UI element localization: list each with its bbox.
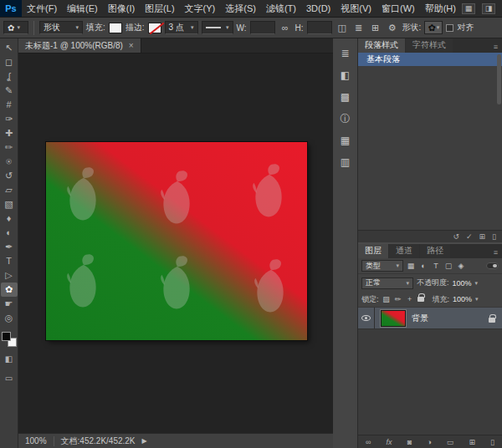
- new-adjustment-layer-icon[interactable]: ◑: [427, 438, 431, 446]
- new-style-icon[interactable]: ⊞: [479, 232, 486, 241]
- layer-effects-icon[interactable]: fx: [387, 438, 392, 446]
- document-tab[interactable]: 未标题-1 @ 100%(RGB/8) ×: [18, 38, 141, 53]
- path-alignment-icon[interactable]: ≣: [352, 23, 366, 33]
- delete-layer-icon[interactable]: ▯: [490, 438, 494, 446]
- menu-window[interactable]: 窗口(W): [376, 0, 420, 17]
- panel-menu-icon[interactable]: ≡: [489, 43, 502, 53]
- layer-row-background[interactable]: 背景: [358, 308, 502, 329]
- stroke-width-field[interactable]: 3 点 ▾: [165, 21, 198, 34]
- gradient-tool[interactable]: ▧: [1, 197, 18, 211]
- tab-channels[interactable]: 通道: [389, 244, 419, 258]
- properties-panel-icon[interactable]: ≣: [337, 47, 354, 60]
- menu-help[interactable]: 帮助(H): [420, 0, 461, 17]
- menu-view[interactable]: 视图(V): [336, 0, 376, 17]
- type-tool[interactable]: T: [1, 254, 18, 268]
- blur-tool[interactable]: ♦: [1, 211, 18, 226]
- tab-character-styles[interactable]: 字符样式: [406, 38, 453, 53]
- quick-selection-tool[interactable]: ✎: [1, 84, 18, 98]
- filter-type-layers-icon[interactable]: T: [431, 262, 441, 270]
- lock-transparency-icon[interactable]: ▨: [382, 295, 391, 303]
- filter-smart-objects-icon[interactable]: ◈: [456, 262, 466, 270]
- zoom-tool[interactable]: ◎: [1, 311, 18, 325]
- shape-width-input[interactable]: [250, 21, 275, 34]
- menu-image[interactable]: 图像(I): [103, 0, 140, 17]
- visibility-cell[interactable]: [358, 308, 375, 328]
- blend-mode-dropdown[interactable]: 正常 ▾: [361, 277, 413, 289]
- menu-layer[interactable]: 图层(L): [140, 0, 179, 17]
- menu-edit[interactable]: 编辑(E): [62, 0, 103, 17]
- quick-mask-button[interactable]: ◧: [1, 352, 18, 366]
- chevron-down-icon[interactable]: ▾: [475, 280, 479, 287]
- filter-pixel-layers-icon[interactable]: ▦: [406, 262, 416, 270]
- move-tool[interactable]: ↖: [1, 41, 18, 55]
- layer-thumbnail[interactable]: [381, 310, 406, 327]
- add-layer-mask-icon[interactable]: ◙: [407, 438, 412, 446]
- healing-brush-tool[interactable]: ✚: [1, 126, 18, 140]
- swatches-panel-icon[interactable]: ▦: [337, 134, 354, 147]
- screen-mode-icon[interactable]: ◨: [482, 3, 495, 14]
- marquee-tool[interactable]: ◻: [1, 55, 18, 69]
- clear-override-icon[interactable]: ✓: [466, 232, 473, 241]
- brush-tool[interactable]: ✏: [1, 140, 18, 155]
- stroke-type-dropdown[interactable]: ▾: [202, 21, 233, 34]
- menu-type[interactable]: 文字(Y): [180, 0, 221, 17]
- status-expand-icon[interactable]: ▶: [142, 437, 147, 445]
- menu-select[interactable]: 选择(S): [220, 0, 261, 17]
- custom-shape-tool[interactable]: ✿: [1, 283, 18, 297]
- chevron-down-icon[interactable]: ▾: [475, 296, 479, 303]
- arrange-documents-icon[interactable]: ▦: [462, 3, 475, 14]
- scrollbar[interactable]: [497, 54, 501, 104]
- lock-all-icon[interactable]: [417, 297, 424, 302]
- hand-tool[interactable]: ☛: [1, 297, 18, 311]
- fill-value[interactable]: 100%: [453, 295, 472, 303]
- eraser-tool[interactable]: ▱: [1, 183, 18, 197]
- lock-position-icon[interactable]: +: [406, 295, 414, 303]
- filter-toggle-switch[interactable]: [486, 262, 499, 269]
- clone-stamp-tool[interactable]: ⍟: [1, 155, 18, 169]
- link-dimensions-icon[interactable]: ∞: [279, 23, 292, 33]
- tool-mode-dropdown[interactable]: 形状 ▾: [39, 21, 83, 34]
- eyedropper-tool[interactable]: ✑: [1, 112, 18, 126]
- new-group-icon[interactable]: ▭: [447, 438, 454, 446]
- layer-filter-dropdown[interactable]: 类型 ▾: [361, 260, 403, 272]
- redo-style-icon[interactable]: ↺: [453, 232, 459, 241]
- list-item-basic-paragraph[interactable]: 基本段落: [358, 53, 502, 66]
- settings-gear-icon[interactable]: ⚙: [386, 23, 399, 33]
- histogram-panel-icon[interactable]: ▥: [337, 155, 354, 169]
- info-panel-icon[interactable]: ⓘ: [337, 112, 354, 125]
- menu-file[interactable]: 文件(F): [22, 0, 62, 17]
- canvas-pasteboard[interactable]: [18, 53, 333, 433]
- lock-pixels-icon[interactable]: ✏: [394, 295, 402, 303]
- close-icon[interactable]: ×: [129, 41, 134, 50]
- filter-adjustment-layers-icon[interactable]: ◐: [418, 262, 428, 270]
- fill-swatch[interactable]: [109, 23, 122, 33]
- align-edges-checkbox[interactable]: [446, 24, 453, 32]
- styles-panel-icon[interactable]: ▩: [337, 90, 354, 104]
- zoom-level[interactable]: 100%: [25, 436, 47, 445]
- pen-tool[interactable]: ✒: [1, 240, 18, 254]
- crop-tool[interactable]: #: [1, 98, 18, 112]
- dodge-tool[interactable]: ◐: [1, 226, 18, 240]
- path-selection-tool[interactable]: ▷: [1, 268, 18, 283]
- filter-shape-layers-icon[interactable]: ▢: [443, 262, 453, 270]
- tab-paragraph-styles[interactable]: 段落样式: [358, 38, 405, 53]
- panel-menu-icon[interactable]: ≡: [489, 248, 502, 258]
- canvas-artboard[interactable]: [46, 142, 307, 340]
- link-layers-icon[interactable]: ∞: [366, 438, 371, 446]
- screen-mode-button[interactable]: ▭: [1, 371, 18, 385]
- menu-filter[interactable]: 滤镜(T): [261, 0, 301, 17]
- adjustments-panel-icon[interactable]: ◧: [337, 69, 354, 82]
- menu-3d[interactable]: 3D(D): [301, 0, 336, 17]
- history-brush-tool[interactable]: ↺: [1, 169, 18, 183]
- shape-height-input[interactable]: [307, 21, 332, 34]
- path-arrange-icon[interactable]: ⊞: [369, 23, 382, 33]
- color-swatches[interactable]: [2, 332, 17, 347]
- new-layer-icon[interactable]: ⊞: [469, 438, 475, 446]
- tab-paths[interactable]: 路径: [420, 244, 450, 258]
- delete-style-icon[interactable]: ▯: [492, 232, 496, 241]
- custom-shape-picker[interactable]: ✿ ▾: [424, 21, 443, 34]
- foreground-color-swatch[interactable]: [2, 332, 11, 341]
- tool-preset-picker[interactable]: ✿ ▾: [3, 21, 28, 34]
- lasso-tool[interactable]: ʆ: [1, 69, 18, 84]
- opacity-value[interactable]: 100%: [453, 279, 472, 288]
